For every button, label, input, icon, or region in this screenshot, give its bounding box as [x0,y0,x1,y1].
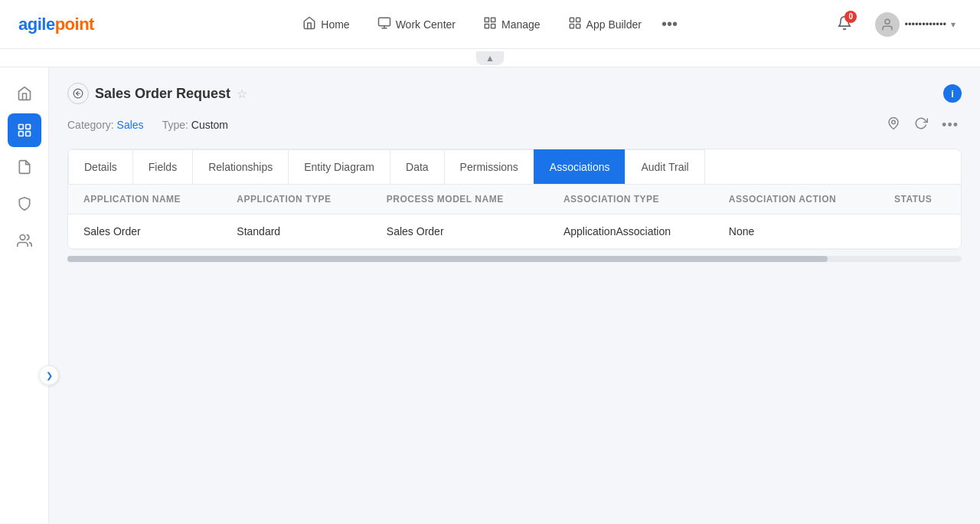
category-label: Category: Sales [67,119,144,131]
cell-app-type: Standard [221,215,371,249]
nav-home-label: Home [321,18,349,31]
sidebar-item-reports[interactable] [8,150,41,184]
col-app-name: APPLICATION NAME [68,185,221,215]
info-button[interactable]: i [943,84,962,103]
nav-home[interactable]: Home [290,10,361,39]
notification-badge: 0 [844,11,857,23]
page-title: Sales Order Request [95,86,230,102]
tab-fields[interactable]: Fields [132,149,193,184]
sidebar-apps-icon [17,123,32,138]
avatar [875,12,900,37]
sidebar-item-users[interactable] [8,224,41,257]
svg-rect-6 [491,24,495,28]
cell-process-model: Sales Order [371,215,548,249]
back-button[interactable] [67,83,89,104]
user-menu[interactable]: •••••••••••• ▾ [869,9,962,40]
sidebar-item-apps[interactable] [8,113,41,147]
col-app-type: APPLICATION TYPE [221,185,371,215]
work-center-icon [377,16,391,33]
user-name: •••••••••••• [904,18,946,30]
chevron-right-icon: ❯ [46,371,53,381]
favorite-button[interactable]: ☆ [237,87,247,101]
more-options-button[interactable]: ••• [939,114,962,136]
tab-relationships-label: Relationships [208,161,273,173]
sidebar-item-security[interactable] [8,187,41,221]
sidebar-home-icon [17,86,32,101]
tab-entity-diagram-label: Entity Diagram [304,161,374,173]
nav-app-builder-label: App Builder [586,18,642,31]
refresh-button[interactable] [911,113,931,136]
tab-permissions-label: Permissions [460,161,518,173]
collapse-arrow-icon: ▲ [476,51,504,65]
main-layout: ❯ Sales Order Request ☆ i Category: [0,67,980,523]
manage-icon [483,16,497,33]
col-assoc-action: ASSOCIATION ACTION [714,185,879,215]
logo-text: agilepoint [18,15,94,34]
back-icon [73,88,83,99]
tab-associations[interactable]: Associations [534,149,626,184]
tab-details[interactable]: Details [68,149,133,184]
ellipsis-icon: ••• [942,117,959,133]
location-icon [887,116,900,130]
svg-point-19 [892,120,896,124]
cell-assoc-type: ApplicationAssociation [548,215,714,249]
tab-entity-diagram[interactable]: Entity Diagram [288,149,390,184]
nav-more[interactable]: ••• [657,11,682,38]
collapse-bar[interactable]: ▲ [0,49,980,67]
page-header: Sales Order Request ☆ i [67,83,962,104]
sidebar-item-home[interactable] [8,77,41,110]
chevron-down-icon: ▾ [951,19,956,30]
top-navigation: agilepoint Home Work Center Manage App [0,0,980,49]
sidebar-users-icon [17,233,32,248]
refresh-icon [914,116,928,130]
nav-app-builder[interactable]: App Builder [556,10,654,39]
logo[interactable]: agilepoint [18,15,94,34]
sidebar-reports-icon [17,159,32,175]
location-button[interactable] [884,113,903,136]
svg-rect-0 [378,18,390,26]
data-table: APPLICATION NAME APPLICATION TYPE PROCES… [68,185,961,249]
nav-work-center-label: Work Center [396,18,456,31]
svg-rect-12 [18,125,23,129]
home-icon [302,16,316,33]
cell-assoc-action: None [714,215,879,249]
sidebar-expand-button[interactable]: ❯ [39,365,59,385]
svg-point-11 [885,19,890,24]
category-row: Category: Sales Type: Custom ••• [67,113,962,136]
header-row: APPLICATION NAME APPLICATION TYPE PROCES… [68,185,961,215]
page-header-left: Sales Order Request ☆ [67,83,247,104]
type-value: Custom [191,119,228,131]
col-assoc-type: ASSOCIATION TYPE [548,185,714,215]
sidebar-shield-icon [17,196,32,211]
cell-status [879,215,961,249]
top-right-area: 0 •••••••••••• ▾ [832,9,962,40]
nav-work-center[interactable]: Work Center [365,10,468,39]
table-row[interactable]: Sales Order Standard Sales Order Applica… [68,215,961,249]
nav-manage[interactable]: Manage [471,10,553,39]
tab-audit-trail-label: Audit Trail [641,161,688,173]
notification-button[interactable]: 0 [832,11,857,38]
table-body: Sales Order Standard Sales Order Applica… [68,215,961,249]
tab-data[interactable]: Data [390,149,445,184]
tab-relationships[interactable]: Relationships [192,149,289,184]
category-value: Sales [117,119,144,131]
sidebar: ❯ [0,67,49,523]
type-area: Type: Custom [162,119,228,131]
col-status: STATUS [879,185,961,215]
tab-audit-trail[interactable]: Audit Trail [625,149,704,184]
horizontal-scrollbar[interactable] [67,256,962,262]
scrollbar-thumb[interactable] [67,256,828,262]
svg-rect-7 [570,18,573,21]
nav-manage-label: Manage [501,18,541,31]
main-content: Sales Order Request ☆ i Category: Sales … [49,67,980,523]
svg-point-16 [20,235,25,241]
associations-table: APPLICATION NAME APPLICATION TYPE PROCES… [68,185,961,249]
svg-rect-13 [25,125,30,129]
nav-links: Home Work Center Manage App Builder ••• [140,10,832,39]
content-card: Details Fields Relationships Entity Diag… [67,149,962,250]
app-builder-icon [568,16,582,33]
table-header: APPLICATION NAME APPLICATION TYPE PROCES… [68,185,961,215]
page-header-right: i [943,84,962,103]
tab-details-label: Details [84,161,117,173]
tab-permissions[interactable]: Permissions [444,149,534,184]
